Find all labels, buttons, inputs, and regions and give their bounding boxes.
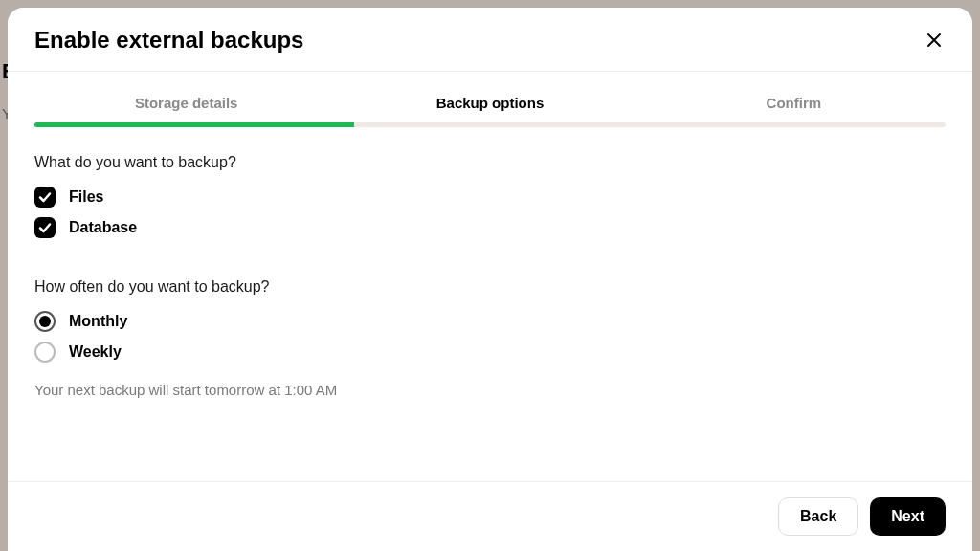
step-backup-options[interactable]: Backup options bbox=[338, 95, 641, 122]
step-confirm[interactable]: Confirm bbox=[642, 95, 946, 122]
modal-title: Enable external backups bbox=[34, 27, 303, 54]
modal-header: Enable external backups bbox=[8, 8, 972, 72]
progress-seg-2b bbox=[352, 122, 641, 127]
step-storage-details[interactable]: Storage details bbox=[34, 95, 338, 122]
progress-seg-3 bbox=[641, 122, 946, 127]
progress-seg-1 bbox=[34, 122, 339, 127]
modal-footer: Back Next bbox=[8, 481, 972, 551]
stepper-progress bbox=[34, 122, 946, 127]
step-label: Backup options bbox=[436, 95, 545, 111]
checkbox-label-database: Database bbox=[69, 219, 137, 236]
next-button[interactable]: Next bbox=[870, 497, 946, 536]
checkbox-label-files: Files bbox=[69, 188, 103, 206]
checkbox-database[interactable] bbox=[34, 217, 56, 238]
back-button[interactable]: Back bbox=[778, 497, 858, 536]
modal-body: Storage details Backup options Confirm W… bbox=[8, 72, 972, 481]
radio-label-weekly: Weekly bbox=[69, 343, 122, 361]
step-label: Storage details bbox=[135, 95, 238, 111]
stepper: Storage details Backup options Confirm bbox=[34, 95, 946, 122]
close-button[interactable] bbox=[923, 29, 946, 52]
radio-row-monthly[interactable]: Monthly bbox=[34, 311, 946, 332]
check-icon bbox=[38, 190, 52, 204]
step-label: Confirm bbox=[767, 95, 822, 111]
checkbox-files[interactable] bbox=[34, 187, 56, 208]
close-icon bbox=[926, 33, 942, 48]
radio-label-monthly: Monthly bbox=[69, 313, 127, 330]
checkbox-row-files[interactable]: Files bbox=[34, 187, 946, 208]
radio-monthly[interactable] bbox=[34, 311, 56, 332]
section-title-what: What do you want to backup? bbox=[34, 154, 946, 171]
section-title-frequency: How often do you want to backup? bbox=[34, 278, 946, 296]
modal-enable-external-backups: Enable external backups Storage details … bbox=[8, 8, 972, 551]
radio-row-weekly[interactable]: Weekly bbox=[34, 342, 946, 363]
checkbox-row-database[interactable]: Database bbox=[34, 217, 946, 238]
check-icon bbox=[38, 221, 52, 234]
next-backup-helper: Your next backup will start tomorrow at … bbox=[34, 382, 946, 398]
radio-weekly[interactable] bbox=[34, 342, 56, 363]
